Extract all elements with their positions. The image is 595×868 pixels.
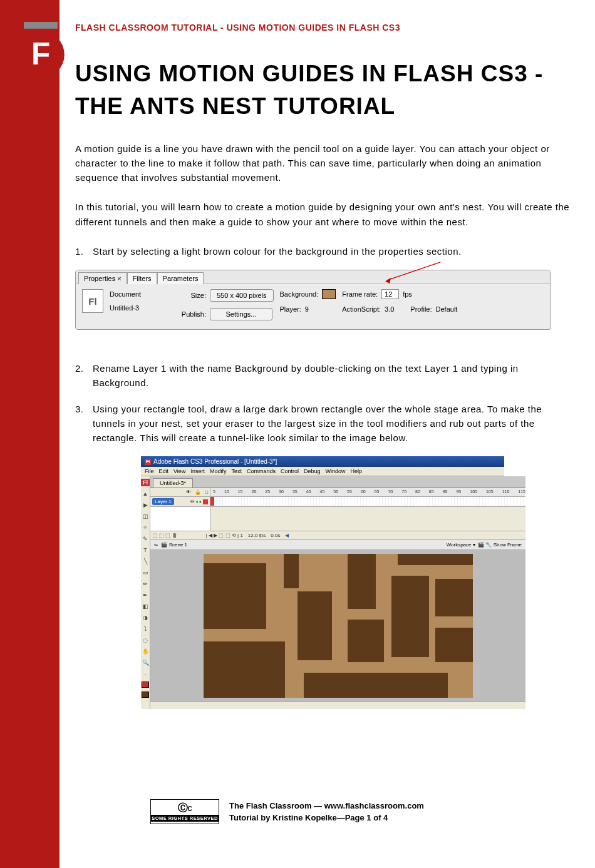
- timeline-footer: ⬚ ⬚ ⬚ 🗑 | ◀ ▶ ⬚ ⬚ ⟲ | 1 12.0 fps 0.0s ◀: [150, 531, 525, 540]
- lasso-tool-icon[interactable]: ✧: [141, 524, 150, 531]
- panel-tabs: Properties × Filters Parameters: [76, 270, 551, 284]
- outline-icon[interactable]: □: [205, 489, 208, 495]
- scene-name: Scene 1: [169, 542, 187, 548]
- toolbox[interactable]: Fl ▲ ▶ ◫ ✧ ✎ T ╲ ▭ ✏ ✒ ◧ ◑ ⤵ ◌ ✋ 🔍 ·: [141, 476, 150, 709]
- divider: ·: [141, 670, 150, 678]
- frame-rate-input[interactable]: 12: [381, 289, 399, 299]
- menu-view[interactable]: View: [173, 468, 185, 474]
- step-2: 2. Rename Layer 1 with the name Backgrou…: [75, 361, 570, 391]
- step-1-text: Start by selecting a light brown colour …: [93, 246, 462, 257]
- workspace-dropdown[interactable]: Workspace ▾: [447, 542, 475, 548]
- cc-icon: ⒸC: [178, 802, 191, 815]
- size-button[interactable]: 550 x 400 pixels: [210, 289, 274, 302]
- menu-modify[interactable]: Modify: [210, 468, 227, 474]
- edit-scene-icon[interactable]: 🎬: [478, 542, 484, 548]
- flash-app-icon: Fl: [145, 459, 151, 465]
- rectangle-tool-icon[interactable]: ▭: [141, 569, 150, 576]
- eraser-tool-icon[interactable]: ◌: [141, 636, 150, 644]
- step-1: 1. Start by selecting a light brown colo…: [75, 244, 570, 258]
- player-value: 9: [305, 305, 309, 313]
- hand-tool-icon[interactable]: ✋: [141, 648, 150, 655]
- size-label: Size:: [178, 292, 206, 299]
- step-3: 3. Using your rectangle tool, draw a lar…: [75, 402, 570, 446]
- step-1-number: 1.: [75, 244, 84, 258]
- timeline-frames[interactable]: [210, 497, 525, 506]
- tab-parameters[interactable]: Parameters: [157, 272, 204, 284]
- stroke-color-swatch[interactable]: [142, 682, 149, 688]
- zoom-dropdown[interactable]: Show Frame: [494, 542, 522, 548]
- svg-text:F: F: [31, 36, 50, 71]
- svg-line-3: [388, 262, 441, 280]
- publish-settings-button[interactable]: Settings...: [210, 308, 272, 320]
- publish-label: Publish:: [178, 310, 206, 318]
- page-header: FLASH CLASSROOM TUTORIAL - USING MOTION …: [75, 23, 570, 33]
- menu-window[interactable]: Window: [326, 468, 346, 474]
- zoom-tool-icon[interactable]: 🔍: [141, 659, 150, 666]
- intro-paragraph-2: In this tutorial, you will learn how to …: [75, 200, 570, 229]
- background-color-picker[interactable]: [322, 289, 336, 299]
- menu-edit[interactable]: Edit: [159, 468, 169, 474]
- flash-app-screenshot: Fl Adobe Flash CS3 Professional - [Untit…: [141, 456, 504, 709]
- window-titlebar: Fl Adobe Flash CS3 Professional - [Untit…: [141, 456, 504, 467]
- stage-canvas[interactable]: [204, 554, 473, 698]
- horizontal-scrollbar[interactable]: [150, 702, 525, 709]
- step-2-text: Rename Layer 1 with the name Background …: [93, 363, 519, 388]
- back-icon[interactable]: ⇐: [154, 542, 158, 548]
- menu-insert[interactable]: Insert: [190, 468, 205, 474]
- sidebar-red-bar: [0, 0, 59, 868]
- eye-icon[interactable]: 👁: [186, 489, 191, 495]
- scene-icon: 🎬: [161, 542, 167, 548]
- profile-value: Default: [436, 305, 458, 313]
- menu-text[interactable]: Text: [231, 468, 242, 474]
- stage-area[interactable]: [150, 550, 525, 702]
- paint-bucket-tool-icon[interactable]: ◑: [141, 614, 150, 621]
- selection-tool-icon[interactable]: ▲: [141, 490, 150, 498]
- document-tab[interactable]: Untitled-3*: [153, 478, 193, 488]
- page-footer: ⒸC SOME RIGHTS RESERVED The Flash Classr…: [150, 799, 424, 824]
- ink-bottle-tool-icon[interactable]: ◧: [141, 603, 150, 610]
- document-type-icon: Fl: [82, 289, 103, 313]
- callout-arrow: [382, 261, 445, 287]
- menu-commands[interactable]: Commands: [247, 468, 276, 474]
- lock-icon[interactable]: 🔒: [195, 489, 201, 495]
- timeline-ruler: 510 1520 2530 3540 4550 5560 6570 7580 8…: [210, 488, 525, 496]
- step-3-text: Using your rectangle tool, draw a large …: [93, 404, 542, 444]
- intro-paragraph-1: A motion guide is a line you have drawn …: [75, 141, 570, 185]
- subselect-tool-icon[interactable]: ▶: [141, 501, 150, 509]
- menu-control[interactable]: Control: [281, 468, 299, 474]
- edit-symbol-icon[interactable]: 🔧: [485, 542, 492, 548]
- line-tool-icon[interactable]: ╲: [141, 558, 150, 565]
- fps-label: fps: [403, 290, 412, 298]
- free-transform-tool-icon[interactable]: ◫: [141, 513, 150, 520]
- document-name: Untitled-3: [110, 304, 172, 312]
- background-label: Background:: [280, 290, 319, 298]
- tab-properties[interactable]: Properties ×: [78, 272, 127, 284]
- menu-bar[interactable]: File Edit View Insert Modify Text Comman…: [141, 467, 504, 476]
- actionscript-label: ActionScript:: [342, 305, 381, 313]
- fl-badge-icon: Fl: [141, 479, 150, 486]
- creative-commons-badge: ⒸC SOME RIGHTS RESERVED: [150, 799, 219, 824]
- document-label: Document: [110, 290, 172, 298]
- brush-tool-icon[interactable]: ✒: [141, 591, 150, 599]
- menu-debug[interactable]: Debug: [304, 468, 321, 474]
- svg-rect-0: [24, 22, 58, 29]
- cc-rights-text: SOME RIGHTS RESERVED: [151, 815, 219, 822]
- menu-file[interactable]: File: [145, 468, 154, 474]
- layer-1[interactable]: Layer 1: [152, 498, 174, 505]
- menu-help[interactable]: Help: [351, 468, 363, 474]
- step-3-number: 3.: [75, 402, 84, 416]
- actionscript-value: 3.0: [385, 305, 394, 313]
- text-tool-icon[interactable]: T: [141, 546, 150, 554]
- pencil-tool-icon[interactable]: ✏: [141, 580, 150, 588]
- footer-line-2: Tutorial by Kristine Kopelke—Page 1 of 4: [229, 812, 424, 824]
- profile-label: Profile:: [410, 305, 432, 313]
- pen-tool-icon[interactable]: ✎: [141, 535, 150, 543]
- fill-color-swatch[interactable]: [142, 692, 149, 698]
- properties-panel: Properties × Filters Parameters Fl Docum…: [75, 270, 551, 330]
- step-2-number: 2.: [75, 361, 84, 375]
- flash-classroom-logo: F: [13, 22, 69, 78]
- footer-line-1: The Flash Classroom — www.flashclassroom…: [229, 800, 424, 812]
- tab-filters[interactable]: Filters: [127, 272, 157, 284]
- eyedropper-tool-icon[interactable]: ⤵: [141, 625, 150, 633]
- frame-rate-label: Frame rate:: [342, 290, 378, 298]
